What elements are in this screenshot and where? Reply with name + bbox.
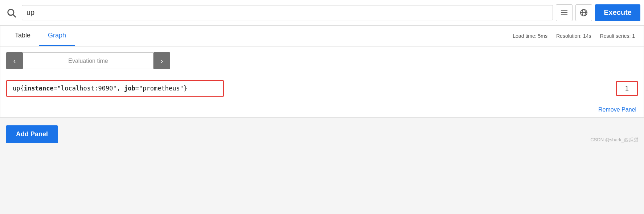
meta-info: Load time: 5ms Resolution: 14s Result se… bbox=[513, 33, 638, 39]
search-input[interactable] bbox=[22, 5, 553, 20]
globe-icon bbox=[579, 8, 588, 17]
tabs-row: Table Graph Load time: 5ms Resolution: 1… bbox=[0, 26, 644, 47]
tabs: Table Graph bbox=[6, 26, 75, 46]
top-bar: Execute bbox=[0, 0, 644, 25]
tab-graph[interactable]: Graph bbox=[39, 26, 75, 46]
search-icon bbox=[6, 8, 16, 18]
tab-table[interactable]: Table bbox=[6, 26, 39, 46]
result-value: 1 bbox=[616, 81, 638, 96]
add-panel-button[interactable]: Add Panel bbox=[6, 125, 58, 143]
result-metric: up{instance="localhost:9090", job="prome… bbox=[6, 80, 224, 97]
next-time-button[interactable]: › bbox=[153, 52, 170, 69]
remove-panel-link[interactable]: Remove Panel bbox=[0, 102, 644, 118]
eval-time-label: Evaluation time bbox=[23, 52, 153, 69]
globe-icon-button[interactable] bbox=[575, 4, 592, 21]
prev-time-button[interactable]: ‹ bbox=[6, 52, 23, 69]
execute-button[interactable]: Execute bbox=[595, 4, 640, 21]
search-icon-wrap bbox=[4, 5, 19, 20]
eval-time-row: ‹ Evaluation time › bbox=[0, 47, 644, 75]
watermark: CSDN @shark_西瓜甜 bbox=[590, 137, 638, 143]
result-series: Result series: 1 bbox=[600, 33, 635, 39]
svg-line-1 bbox=[13, 15, 15, 17]
add-panel-section: Add Panel CSDN @shark_西瓜甜 bbox=[0, 118, 644, 150]
panel: Table Graph Load time: 5ms Resolution: 1… bbox=[0, 25, 644, 118]
list-icon bbox=[560, 9, 568, 17]
result-row: up{instance="localhost:9090", job="prome… bbox=[0, 75, 644, 102]
metric-text: up{instance="localhost:9090", job="prome… bbox=[13, 85, 187, 92]
load-time: Load time: 5ms bbox=[513, 33, 547, 39]
resolution: Resolution: 14s bbox=[556, 33, 591, 39]
list-icon-button[interactable] bbox=[556, 4, 573, 21]
